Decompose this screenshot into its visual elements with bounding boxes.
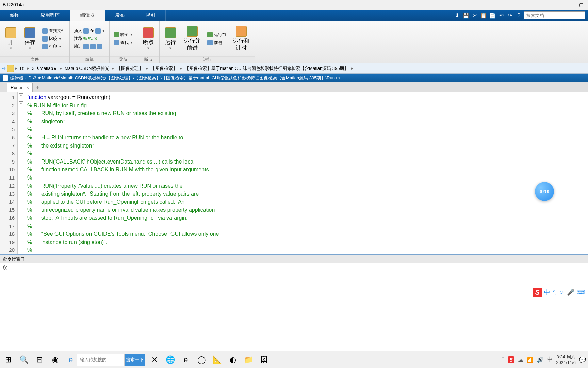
autoindent-icon [97, 44, 102, 49]
chevron-up-icon[interactable]: ˄ [502, 356, 504, 363]
find-icon [42, 28, 48, 34]
open-button[interactable]: 开▼ [3, 26, 19, 51]
path-seg[interactable]: 【图像检索】 [149, 65, 179, 72]
path-nav-icon[interactable]: ⇔ [2, 66, 6, 71]
qat-undo-icon[interactable]: ↶ [497, 12, 505, 19]
search-icon[interactable]: 🔍 [18, 354, 30, 366]
qat-save-icon[interactable]: 💾 [462, 12, 470, 19]
matlab-icon[interactable]: 📐 [211, 354, 223, 366]
print-button[interactable]: 打印▼ [41, 43, 67, 50]
qat-help-icon[interactable]: ? [515, 12, 523, 19]
breakpoint-icon [143, 27, 154, 38]
add-tab-button[interactable]: + [33, 83, 42, 92]
path-seg[interactable]: D: [19, 65, 26, 72]
close-icon[interactable]: × [26, 85, 29, 90]
onedrive-icon[interactable]: ☁ [518, 356, 523, 363]
path-seg[interactable]: 3 ★Matlab★ [31, 65, 59, 72]
fold-toggle[interactable]: − [19, 101, 23, 105]
insert-button[interactable]: 插入 fx ▼ [72, 27, 107, 34]
ie-icon[interactable]: e [65, 354, 77, 366]
path-seg[interactable]: 【图像检索】基于matlab GUI综合颜色和形状特征图像检索【含Matlab源… [183, 65, 350, 72]
command-prompt[interactable]: fx [0, 263, 588, 277]
path-seg[interactable]: Matalb CSDN紫极神光 [63, 65, 111, 72]
comment-button[interactable]: 注释 % ‰ ✕ [72, 35, 107, 42]
fold-column: − − [18, 92, 24, 254]
qat-redo-icon[interactable]: ↷ [506, 12, 514, 19]
volume-icon[interactable]: 🔊 [537, 356, 544, 363]
indent-icon [83, 44, 89, 49]
browser-icon[interactable]: ◯ [195, 354, 208, 366]
qat-cut-icon[interactable]: ✂ [471, 12, 478, 19]
sogou-ime-icon[interactable]: S [533, 288, 542, 297]
ime-keyboard-icon[interactable]: ⌨ [576, 289, 585, 296]
ime-mic-icon[interactable]: 🎤 [567, 289, 574, 296]
print-icon [42, 44, 48, 49]
sogou-tray-icon[interactable]: S [508, 356, 514, 363]
edge-icon[interactable]: 🌐 [164, 354, 176, 366]
ime-bar: S 中 °, ☺ 🎤 ⌨ [0, 287, 588, 298]
search-docs-input[interactable] [524, 11, 585, 19]
timer-badge[interactable]: 00:00 [535, 182, 554, 201]
taskview-icon[interactable]: ⊟ [33, 354, 46, 366]
tab-apps[interactable]: 应用程序 [30, 10, 70, 21]
notifications-icon[interactable]: 💬 [579, 356, 586, 363]
run-advance-button[interactable]: 运行并 前进 [181, 25, 203, 53]
tab-plot[interactable]: 绘图 [0, 10, 30, 21]
explorer-icon[interactable]: 📁 [242, 354, 255, 366]
lang-icon[interactable]: 中 [547, 356, 553, 363]
code-content[interactable]: function varargout = Run(varargin)% RUN … [24, 92, 588, 254]
ie-icon[interactable]: e [180, 354, 192, 366]
minimize-button[interactable]: — [561, 1, 569, 8]
chevron-down-icon: ▼ [29, 47, 32, 50]
ime-lang-icon[interactable]: 中 [544, 288, 550, 296]
group-file-label: 文件 [0, 56, 69, 63]
app-icon[interactable]: ◐ [227, 354, 239, 366]
advance-button[interactable]: 前进 [206, 39, 228, 46]
code-editor[interactable]: 1234567891011121314151617181920 − − func… [0, 92, 588, 254]
qat-copy-icon[interactable]: 📋 [480, 12, 487, 19]
photos-icon[interactable]: 🖼 [258, 354, 270, 366]
outdent-icon [90, 44, 96, 49]
indent-button[interactable]: 缩进 [72, 43, 107, 50]
tab-view[interactable]: 视图 [135, 10, 166, 21]
compare-icon [42, 36, 48, 42]
save-button[interactable]: 保存▼ [22, 26, 38, 51]
find-button[interactable]: 查找▼ [112, 39, 134, 46]
run-button[interactable]: 运行▼ [162, 26, 179, 51]
chevron-down-icon: ▼ [130, 33, 133, 36]
taskbar-search-button[interactable]: 搜索一下 [125, 354, 145, 366]
goto-button[interactable]: 转至▼ [112, 31, 134, 39]
start-button[interactable]: ⊞ [2, 354, 14, 366]
ribbon-tab-strip: 绘图 应用程序 编辑器 发布 视图 ⬇ 💾 ✂ 📋 📄 ↶ ↷ ? [0, 10, 588, 21]
taskbar-search-input[interactable] [77, 354, 125, 366]
app-icon[interactable]: ✕ [148, 354, 161, 366]
breakpoint-button[interactable]: 断点▼ [140, 26, 157, 51]
compare-button[interactable]: 比较▼ [41, 35, 67, 42]
ime-emoji-icon[interactable]: ☺ [559, 289, 565, 296]
save-icon [24, 27, 35, 38]
qat-paste-icon[interactable]: 📄 [489, 12, 496, 19]
qat-icon[interactable]: ⬇ [453, 12, 461, 19]
taskbar-clock[interactable]: 8:34 周六 2021/11/6 [556, 354, 576, 365]
run-time-button[interactable]: 运行和 计时 [230, 25, 252, 53]
command-window-title: 命令行窗口 [0, 255, 588, 263]
margin-guide [269, 92, 269, 254]
obs-icon[interactable]: ◉ [49, 354, 61, 366]
findfile-button[interactable]: 查找文件 [41, 27, 67, 34]
run-section-button[interactable]: 运行节 [206, 31, 228, 39]
clock-icon [236, 26, 247, 37]
play-icon [165, 27, 176, 38]
group-run-label: 运行 [160, 56, 255, 63]
ribbon: 开▼ 保存▼ 查找文件 比较▼ 打印▼ 文件 插入 fx ▼ 注释 % ‰ ✕ … [0, 21, 588, 63]
editor-tab[interactable]: Run.m × [7, 83, 33, 92]
tab-editor[interactable]: 编辑器 [70, 10, 105, 21]
tab-filename: Run.m [11, 85, 23, 90]
wifi-icon[interactable]: 📶 [527, 356, 534, 363]
maximize-button[interactable]: ▢ [577, 1, 585, 8]
ime-punct-icon[interactable]: °, [552, 289, 556, 296]
chevron-down-icon: ▼ [102, 29, 105, 33]
fold-toggle[interactable]: − [19, 93, 23, 97]
folder-icon[interactable] [7, 65, 14, 72]
path-seg[interactable]: 【图像处理】 [115, 65, 145, 72]
tab-publish[interactable]: 发布 [105, 10, 135, 21]
